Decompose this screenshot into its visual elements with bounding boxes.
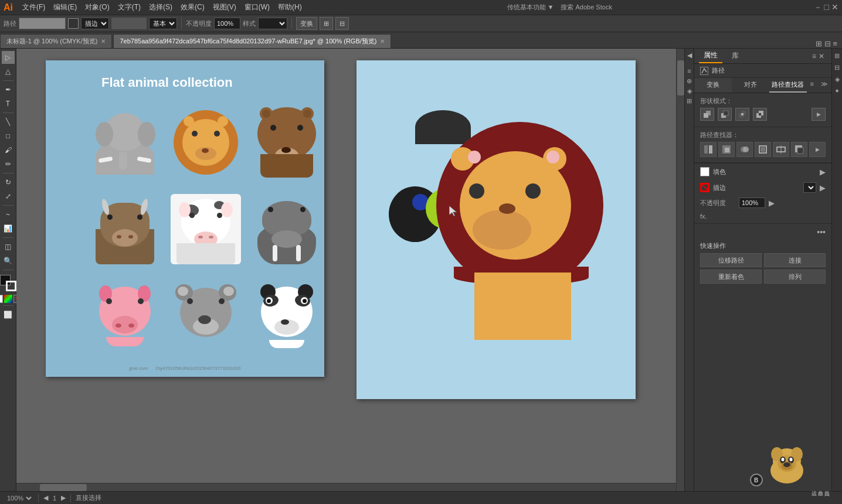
subtab-transform[interactable]: 变换 bbox=[694, 78, 732, 93]
menu-help[interactable]: 帮助(H) bbox=[274, 2, 305, 12]
rectangle-tool[interactable]: □ bbox=[2, 130, 15, 142]
stroke-style-input[interactable] bbox=[111, 18, 147, 29]
fill-color-swatch[interactable] bbox=[700, 167, 709, 176]
badge-b[interactable]: B bbox=[750, 474, 763, 486]
exclude-btn[interactable] bbox=[753, 108, 767, 121]
scrollbar-thumb-v[interactable] bbox=[677, 60, 684, 96]
zoom-selector[interactable]: 100% bbox=[5, 494, 33, 502]
connect-btn[interactable]: 连接 bbox=[764, 253, 826, 267]
search-bar[interactable]: 搜索 Adobe Stock bbox=[561, 3, 612, 12]
pf-merge-btn[interactable] bbox=[736, 142, 753, 157]
menu-object[interactable]: 对象(O) bbox=[82, 2, 113, 12]
opacity-input[interactable] bbox=[214, 18, 240, 29]
menu-edit[interactable]: 编辑(E) bbox=[50, 2, 80, 12]
pf-outline-btn[interactable] bbox=[773, 142, 789, 157]
menu-file[interactable]: 文件(F) bbox=[19, 2, 49, 12]
tab-library[interactable]: 库 bbox=[727, 49, 743, 63]
opacity-input[interactable] bbox=[739, 197, 765, 208]
subtab-align[interactable]: 对齐 bbox=[732, 78, 769, 93]
menu-view[interactable]: 视图(V) bbox=[209, 2, 240, 12]
paintbrush-tool[interactable]: 🖌 bbox=[2, 144, 15, 156]
stroke-expand-btn[interactable]: ▶ bbox=[820, 183, 826, 192]
panel-icon-2[interactable]: ⊕ bbox=[685, 77, 694, 85]
side-icon-layers[interactable]: ⊟ bbox=[833, 63, 842, 72]
artboard-tool[interactable]: ⬜ bbox=[2, 308, 15, 321]
menu-window[interactable]: 窗口(W) bbox=[241, 2, 273, 12]
line-tool[interactable]: ╲ bbox=[2, 115, 15, 128]
collapse-panels-btn[interactable]: ◀ bbox=[685, 51, 694, 59]
side-icon-color[interactable]: ◈ bbox=[833, 74, 842, 84]
arrange-btn[interactable]: 排列 bbox=[764, 270, 826, 284]
koala-eye-l bbox=[187, 298, 193, 304]
menu-effect[interactable]: 效果(C) bbox=[177, 2, 208, 12]
stroke-select[interactable] bbox=[803, 182, 816, 193]
menu-text[interactable]: 文字(T) bbox=[114, 2, 144, 12]
pf-minus-back-btn[interactable] bbox=[791, 142, 807, 157]
lion-nose bbox=[202, 148, 209, 153]
panel-icon-3[interactable]: ◈ bbox=[685, 87, 694, 95]
menu-select[interactable]: 选择(S) bbox=[145, 2, 176, 12]
fill-stroke-indicator[interactable] bbox=[0, 275, 16, 291]
type-tool[interactable]: T bbox=[2, 97, 15, 110]
minus-front-btn[interactable] bbox=[718, 108, 732, 121]
fill-expand-btn[interactable]: ▶ bbox=[820, 168, 826, 176]
panel-menu-icon[interactable]: ≡ bbox=[812, 52, 816, 60]
gradient-btn[interactable] bbox=[4, 295, 12, 303]
pf-crop-btn[interactable] bbox=[755, 142, 771, 157]
stroke-selector[interactable]: 描边 bbox=[81, 18, 109, 29]
yak-snout bbox=[112, 229, 138, 247]
recolor-btn[interactable]: 重新着色 bbox=[700, 270, 762, 284]
transform-btn[interactable]: 变换 bbox=[296, 17, 317, 30]
pf-divide-btn[interactable] bbox=[700, 142, 717, 157]
pf-expand-btn[interactable]: ▶ bbox=[809, 142, 826, 157]
tab-close-2[interactable]: ✕ bbox=[380, 38, 385, 45]
tab-close-1[interactable]: ✕ bbox=[101, 38, 106, 45]
scale-tool[interactable]: ⤢ bbox=[2, 190, 15, 203]
intersect-btn[interactable] bbox=[735, 108, 749, 121]
tab-properties[interactable]: 属性 bbox=[699, 49, 722, 63]
horizontal-scrollbar[interactable] bbox=[16, 483, 676, 491]
path-input[interactable] bbox=[19, 18, 66, 29]
panel-expand-btn[interactable]: ≫ bbox=[817, 78, 831, 93]
direct-select-tool[interactable]: △ bbox=[2, 65, 15, 78]
tab-document2[interactable]: 7eb785aa956a9f472dca9547bf6ca75f4d8d0201… bbox=[113, 34, 391, 48]
panel-options-btn[interactable]: ≡ bbox=[807, 78, 817, 93]
pathfinder-btn[interactable]: ⊟ bbox=[335, 17, 349, 30]
gradient-tool[interactable]: ◫ bbox=[2, 240, 15, 253]
more-options-btn[interactable]: ••• bbox=[817, 227, 826, 237]
pf-trim-btn[interactable] bbox=[718, 142, 735, 157]
dark-halfmoon-shape bbox=[415, 110, 471, 144]
shape-expand-btn[interactable]: ▶ bbox=[812, 108, 826, 121]
next-artboard-btn[interactable]: ▶ bbox=[61, 494, 66, 502]
color-btn[interactable] bbox=[0, 295, 3, 303]
window-controls[interactable]: － □ ✕ bbox=[814, 2, 838, 13]
unite-btn[interactable] bbox=[700, 108, 714, 121]
align-btn[interactable]: ⊞ bbox=[320, 17, 333, 30]
canvas-area[interactable]: Flat animal collection bbox=[16, 49, 684, 491]
move-path-btn[interactable]: 位移路径 bbox=[700, 253, 762, 267]
pig-eye-r bbox=[138, 298, 144, 304]
graph-tool[interactable]: 📊 bbox=[2, 222, 15, 235]
style-selector[interactable] bbox=[258, 18, 287, 29]
vertical-scrollbar[interactable] bbox=[676, 49, 684, 491]
zoom-tool[interactable]: 🔍 bbox=[2, 254, 15, 267]
panel-close-icon[interactable]: ✕ bbox=[819, 52, 824, 60]
scrollbar-thumb-h[interactable] bbox=[40, 484, 87, 491]
stroke-color-swatch[interactable] bbox=[700, 183, 709, 192]
selection-tool[interactable]: ▷ bbox=[2, 51, 15, 64]
side-icon-fx[interactable]: ✦ bbox=[833, 86, 842, 96]
subtab-pathfinder[interactable]: 路径查找器 bbox=[769, 78, 807, 93]
pen-tool[interactable]: ✒ bbox=[2, 83, 15, 96]
panel-icon-4[interactable]: ⊞ bbox=[685, 97, 694, 105]
prev-artboard-btn[interactable]: ◀ bbox=[43, 494, 48, 502]
svg-marker-0 bbox=[449, 206, 457, 216]
panel-icon-1[interactable]: ≡ bbox=[685, 67, 694, 75]
arrange-panels-btn[interactable]: ⊞ ⊟ ≡ bbox=[811, 39, 842, 48]
warp-tool[interactable]: ~ bbox=[2, 208, 15, 221]
opacity-expand-btn[interactable]: ▶ bbox=[769, 199, 775, 207]
side-icon-grid[interactable]: ⊞ bbox=[833, 51, 842, 60]
rotate-tool[interactable]: ↻ bbox=[2, 176, 15, 189]
pencil-tool[interactable]: ✏ bbox=[2, 158, 15, 171]
stroke-style-selector[interactable]: 基本 bbox=[149, 18, 177, 29]
tab-document1[interactable]: 未标题-1 @ 100% (CMYK/预览) ✕ bbox=[0, 34, 112, 48]
